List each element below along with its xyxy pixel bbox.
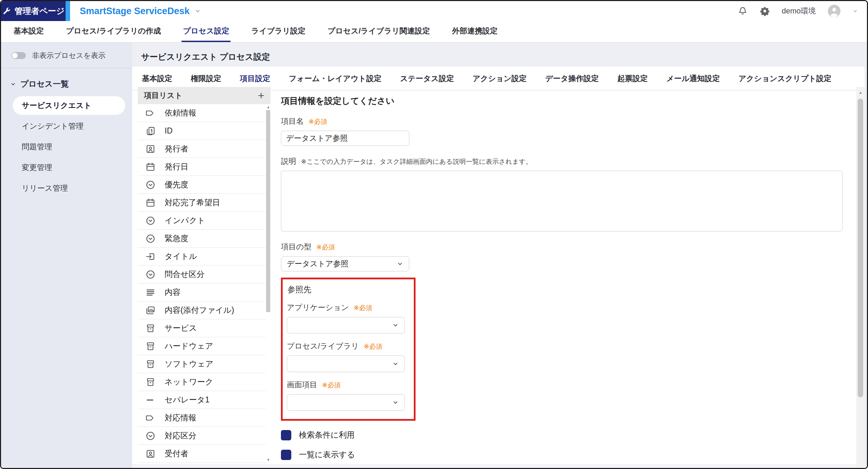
item-list-scrollbar[interactable]: ▲ ▼ xyxy=(266,104,271,468)
main-scrollbar[interactable]: ▲ xyxy=(856,87,865,468)
item-type-select[interactable]: データストア参照 xyxy=(281,256,409,271)
item-label: 依頼情報 xyxy=(165,108,196,118)
scroll-up-icon[interactable]: ▲ xyxy=(858,90,863,94)
item-list-row[interactable]: 対応区分 xyxy=(138,427,266,445)
form-heading: 項目情報を設定してください xyxy=(281,95,842,107)
chevron-down-icon xyxy=(397,260,403,267)
settings-gear-icon[interactable] xyxy=(760,6,770,16)
global-nav-tab[interactable]: プロセス/ライブラリの作成 xyxy=(65,26,162,42)
item-list-row[interactable]: 内容(添付ファイル) xyxy=(138,301,266,319)
process-list: サービスリクエストインシデント管理問題管理変更管理リリース管理 xyxy=(1,96,132,198)
global-nav-tab[interactable]: プロセス/ライブラリ関連設定 xyxy=(326,26,431,42)
toggle-switch[interactable] xyxy=(11,52,26,59)
chevron-down-icon xyxy=(392,322,399,329)
wrench-icon xyxy=(2,7,11,16)
item-list-row[interactable]: セパレータ1 xyxy=(138,391,266,409)
item-label: ソフトウェア xyxy=(165,359,213,369)
item-name-input[interactable] xyxy=(281,131,409,146)
item-label: ハードウェア xyxy=(165,341,213,351)
reference-field: プロセス/ライブラリ ※必須 xyxy=(287,341,407,372)
item-label: インパクト xyxy=(165,215,205,226)
global-nav-tab[interactable]: 基本設定 xyxy=(12,26,45,42)
item-list-row[interactable]: サービス xyxy=(138,319,266,337)
notification-bell-icon[interactable] xyxy=(738,6,748,16)
global-nav-tab[interactable]: プロセス設定 xyxy=(182,26,231,42)
account-chevron-down-icon[interactable] xyxy=(852,8,858,14)
scrollbar-thumb[interactable] xyxy=(858,99,863,397)
required-badge: ※必須 xyxy=(322,381,341,390)
item-list-row[interactable]: 対応情報 xyxy=(138,409,266,427)
process-list-item[interactable]: 問題管理 xyxy=(13,138,125,156)
item-list-header: 項目リスト + xyxy=(138,87,271,104)
reference-field-select[interactable] xyxy=(287,394,405,411)
item-label: 対応完了希望日 xyxy=(165,197,220,208)
item-label: 内容(添付ファイル) xyxy=(165,305,234,316)
item-label: 対応区分 xyxy=(165,430,196,441)
process-list-item[interactable]: サービスリクエスト xyxy=(13,96,125,115)
app-switcher[interactable]: SmartStage ServiceDesk xyxy=(80,1,201,21)
item-label: サービス xyxy=(165,323,197,333)
item-list-row[interactable]: 依頼情報 xyxy=(138,104,266,122)
admin-page-badge[interactable]: 管理者ページ xyxy=(1,1,66,21)
box-icon xyxy=(145,359,156,369)
settings-card: 基本設定権限設定項目設定フォーム・レイアウト設定ステータス設定アクション設定デー… xyxy=(132,67,865,468)
reference-field-label: アプリケーション xyxy=(287,302,349,313)
chevron-down-icon xyxy=(392,360,399,367)
process-list-item[interactable]: インシデント管理 xyxy=(13,117,125,136)
id-icon xyxy=(145,126,156,136)
checkbox[interactable] xyxy=(281,430,291,440)
checkbox-row[interactable]: 一覧に表示する xyxy=(281,449,842,460)
item-list-row[interactable]: 緊急度 xyxy=(138,230,266,248)
reference-heading: 参照先 xyxy=(287,284,407,295)
checkbox-row[interactable]: 検索条件に利用 xyxy=(281,430,842,440)
calendar-icon xyxy=(145,198,156,208)
textarea-icon xyxy=(145,287,156,298)
reference-fields: アプリケーション ※必須 xyxy=(287,302,407,411)
required-badge: ※必須 xyxy=(316,243,335,252)
horizontal-scroll-track[interactable] xyxy=(132,464,856,468)
item-list-row[interactable]: 発行日 xyxy=(138,158,266,176)
item-list-row[interactable]: 内容 xyxy=(138,283,266,301)
user-avatar[interactable] xyxy=(828,4,841,18)
chevron-down-icon xyxy=(194,8,201,14)
description-label: 説明 xyxy=(281,156,296,167)
process-list-item[interactable]: リリース管理 xyxy=(13,179,125,198)
checkbox[interactable] xyxy=(281,450,291,460)
item-list-row[interactable]: 発行者 xyxy=(138,140,266,158)
item-list-row[interactable]: 受付者 xyxy=(138,445,266,463)
item-list-row[interactable]: インパクト xyxy=(138,212,266,230)
description-textarea[interactable] xyxy=(281,171,842,231)
scrollbar-thumb[interactable] xyxy=(266,110,270,312)
process-list-group[interactable]: プロセス一覧 xyxy=(10,79,132,89)
global-nav-tab[interactable]: ライブラリ設定 xyxy=(250,26,307,42)
item-list-row[interactable]: ハードウェア xyxy=(138,337,266,355)
item-label: 発行者 xyxy=(165,143,188,154)
scroll-up-icon[interactable]: ▲ xyxy=(266,105,271,109)
item-list-row[interactable]: 優先度 xyxy=(138,176,266,194)
user-icon xyxy=(145,144,156,154)
form-checkboxes: 検索条件に利用 一覧に表示する xyxy=(281,430,842,460)
item-list-row[interactable]: 対応完了希望日 xyxy=(138,194,266,212)
description-label-row: 説明 ※ここでの入力データは、タスク詳細画面内にある説明一覧に表示されます。 xyxy=(281,156,842,167)
reference-annotation-box: 参照先 アプリケーション ※必須 xyxy=(281,278,416,421)
calendar-icon xyxy=(145,162,156,172)
admin-page-label: 管理者ページ xyxy=(14,6,65,17)
hidden-process-toggle-row[interactable]: 非表示プロセスを表示 xyxy=(11,51,132,60)
process-list-item[interactable]: 変更管理 xyxy=(13,158,125,177)
item-list-column: 項目リスト + 依頼情報 ID xyxy=(138,87,271,468)
item-list-row[interactable]: ソフトウェア xyxy=(138,355,266,373)
add-item-button[interactable]: + xyxy=(258,90,264,101)
item-list-row[interactable]: タイトル xyxy=(138,248,266,266)
chevron-down-icon xyxy=(10,81,16,87)
reference-field-label: 画面項目 xyxy=(287,380,317,390)
item-list-row[interactable]: 問合せ区分 xyxy=(138,266,266,283)
chevron-down-icon xyxy=(392,399,399,406)
item-list-row[interactable]: ID xyxy=(138,122,266,140)
reference-field-select[interactable] xyxy=(287,317,405,333)
scroll-down-icon[interactable]: ▼ xyxy=(266,458,271,462)
item-label: 問合せ区分 xyxy=(165,269,205,280)
global-nav-tab[interactable]: 外部連携設定 xyxy=(451,26,499,42)
reference-field-select[interactable] xyxy=(287,356,405,372)
item-list-row[interactable]: ネットワーク xyxy=(138,373,266,391)
page-title: サービスリクエスト プロセス設定 xyxy=(132,42,867,62)
